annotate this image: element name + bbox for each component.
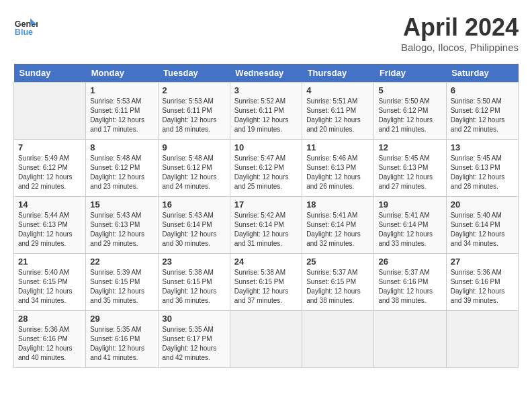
calendar-cell: 3Sunrise: 5:52 AMSunset: 6:11 PMDaylight…	[230, 83, 302, 140]
month-title: April 2024	[401, 13, 519, 42]
day-info: Sunrise: 5:39 AMSunset: 6:15 PMDaylight:…	[90, 268, 153, 306]
day-number: 26	[378, 257, 441, 267]
calendar-cell: 15Sunrise: 5:43 AMSunset: 6:13 PMDayligh…	[86, 197, 158, 254]
day-info: Sunrise: 5:35 AMSunset: 6:17 PMDaylight:…	[163, 325, 226, 363]
day-number: 13	[451, 142, 514, 152]
day-info: Sunrise: 5:36 AMSunset: 6:16 PMDaylight:…	[451, 268, 514, 306]
calendar-cell: 14Sunrise: 5:44 AMSunset: 6:13 PMDayligh…	[14, 197, 86, 254]
svg-text:Blue: Blue	[15, 28, 33, 37]
day-number: 22	[90, 257, 153, 267]
day-info: Sunrise: 5:49 AMSunset: 6:12 PMDaylight:…	[18, 154, 81, 191]
day-number: 23	[163, 257, 226, 267]
day-number: 10	[234, 142, 298, 152]
day-number: 19	[378, 199, 441, 210]
day-number: 9	[163, 142, 226, 152]
day-of-week-header: Monday	[86, 64, 158, 83]
day-of-week-header: Thursday	[302, 64, 374, 83]
calendar-cell	[302, 311, 374, 368]
day-info: Sunrise: 5:35 AMSunset: 6:16 PMDaylight:…	[90, 325, 153, 363]
calendar-cell: 28Sunrise: 5:36 AMSunset: 6:16 PMDayligh…	[14, 311, 86, 368]
day-number: 24	[234, 257, 298, 267]
day-number: 2	[163, 85, 226, 95]
calendar-cell: 29Sunrise: 5:35 AMSunset: 6:16 PMDayligh…	[86, 311, 158, 368]
day-info: Sunrise: 5:42 AMSunset: 6:14 PMDaylight:…	[234, 211, 298, 248]
calendar-cell: 11Sunrise: 5:46 AMSunset: 6:13 PMDayligh…	[302, 140, 374, 197]
day-number: 6	[451, 85, 514, 95]
day-number: 3	[234, 85, 298, 95]
calendar-week-row: 21Sunrise: 5:40 AMSunset: 6:15 PMDayligh…	[14, 254, 519, 311]
calendar-cell: 23Sunrise: 5:38 AMSunset: 6:15 PMDayligh…	[158, 254, 230, 311]
day-info: Sunrise: 5:53 AMSunset: 6:11 PMDaylight:…	[90, 97, 153, 134]
day-number: 8	[90, 142, 153, 152]
day-info: Sunrise: 5:36 AMSunset: 6:16 PMDaylight:…	[18, 325, 81, 363]
calendar-cell: 8Sunrise: 5:48 AMSunset: 6:12 PMDaylight…	[86, 140, 158, 197]
calendar-cell: 19Sunrise: 5:41 AMSunset: 6:14 PMDayligh…	[374, 197, 446, 254]
day-number: 20	[451, 199, 514, 210]
calendar-cell: 13Sunrise: 5:45 AMSunset: 6:13 PMDayligh…	[446, 140, 518, 197]
day-info: Sunrise: 5:50 AMSunset: 6:12 PMDaylight:…	[378, 97, 441, 134]
day-number: 4	[306, 85, 369, 95]
calendar-cell: 7Sunrise: 5:49 AMSunset: 6:12 PMDaylight…	[14, 140, 86, 197]
day-number: 27	[451, 257, 514, 267]
calendar-cell: 26Sunrise: 5:37 AMSunset: 6:16 PMDayligh…	[374, 254, 446, 311]
day-info: Sunrise: 5:44 AMSunset: 6:13 PMDaylight:…	[18, 211, 81, 248]
day-info: Sunrise: 5:37 AMSunset: 6:15 PMDaylight:…	[306, 268, 369, 306]
calendar-cell: 16Sunrise: 5:43 AMSunset: 6:14 PMDayligh…	[158, 197, 230, 254]
day-info: Sunrise: 5:48 AMSunset: 6:12 PMDaylight:…	[163, 154, 226, 191]
day-info: Sunrise: 5:45 AMSunset: 6:13 PMDaylight:…	[451, 154, 514, 191]
calendar-cell: 10Sunrise: 5:47 AMSunset: 6:12 PMDayligh…	[230, 140, 302, 197]
calendar-cell: 6Sunrise: 5:50 AMSunset: 6:12 PMDaylight…	[446, 83, 518, 140]
day-number: 25	[306, 257, 369, 267]
day-info: Sunrise: 5:40 AMSunset: 6:15 PMDaylight:…	[18, 268, 81, 306]
calendar-week-row: 7Sunrise: 5:49 AMSunset: 6:12 PMDaylight…	[14, 140, 519, 197]
day-info: Sunrise: 5:45 AMSunset: 6:13 PMDaylight:…	[378, 154, 441, 191]
day-number: 21	[18, 257, 81, 267]
day-of-week-header: Sunday	[14, 64, 86, 83]
day-info: Sunrise: 5:37 AMSunset: 6:16 PMDaylight:…	[378, 268, 441, 306]
day-info: Sunrise: 5:43 AMSunset: 6:14 PMDaylight:…	[163, 211, 226, 248]
calendar-cell: 1Sunrise: 5:53 AMSunset: 6:11 PMDaylight…	[86, 83, 158, 140]
calendar-cell	[374, 311, 446, 368]
day-number: 5	[378, 85, 441, 95]
day-of-week-header: Saturday	[446, 64, 518, 83]
calendar-week-row: 1Sunrise: 5:53 AMSunset: 6:11 PMDaylight…	[14, 83, 519, 140]
calendar-cell: 2Sunrise: 5:53 AMSunset: 6:11 PMDaylight…	[158, 83, 230, 140]
day-number: 30	[163, 314, 226, 324]
calendar-cell: 9Sunrise: 5:48 AMSunset: 6:12 PMDaylight…	[158, 140, 230, 197]
day-number: 12	[378, 142, 441, 152]
day-info: Sunrise: 5:48 AMSunset: 6:12 PMDaylight:…	[90, 154, 153, 191]
day-info: Sunrise: 5:50 AMSunset: 6:12 PMDaylight:…	[451, 97, 514, 134]
calendar-cell: 27Sunrise: 5:36 AMSunset: 6:16 PMDayligh…	[446, 254, 518, 311]
day-info: Sunrise: 5:41 AMSunset: 6:14 PMDaylight:…	[306, 211, 369, 248]
logo: General Blue	[13, 13, 40, 38]
calendar-cell: 4Sunrise: 5:51 AMSunset: 6:11 PMDaylight…	[302, 83, 374, 140]
logo-icon: General Blue	[13, 13, 38, 38]
calendar-cell: 24Sunrise: 5:38 AMSunset: 6:15 PMDayligh…	[230, 254, 302, 311]
day-number: 18	[306, 199, 369, 210]
calendar-cell: 17Sunrise: 5:42 AMSunset: 6:14 PMDayligh…	[230, 197, 302, 254]
calendar-cell	[14, 83, 86, 140]
calendar-cell: 25Sunrise: 5:37 AMSunset: 6:15 PMDayligh…	[302, 254, 374, 311]
calendar-header-row: SundayMondayTuesdayWednesdayThursdayFrid…	[14, 64, 519, 83]
calendar-week-row: 14Sunrise: 5:44 AMSunset: 6:13 PMDayligh…	[14, 197, 519, 254]
day-of-week-header: Friday	[374, 64, 446, 83]
day-number: 7	[18, 142, 81, 152]
day-number: 11	[306, 142, 369, 152]
day-info: Sunrise: 5:53 AMSunset: 6:11 PMDaylight:…	[163, 97, 226, 134]
calendar-cell	[446, 311, 518, 368]
calendar-cell: 5Sunrise: 5:50 AMSunset: 6:12 PMDaylight…	[374, 83, 446, 140]
day-number: 15	[90, 199, 153, 210]
calendar-cell: 20Sunrise: 5:40 AMSunset: 6:14 PMDayligh…	[446, 197, 518, 254]
day-info: Sunrise: 5:46 AMSunset: 6:13 PMDaylight:…	[306, 154, 369, 191]
day-info: Sunrise: 5:40 AMSunset: 6:14 PMDaylight:…	[451, 211, 514, 248]
day-of-week-header: Tuesday	[158, 64, 230, 83]
day-info: Sunrise: 5:43 AMSunset: 6:13 PMDaylight:…	[90, 211, 153, 248]
calendar-cell	[230, 311, 302, 368]
page-header: General Blue April 2024 Balogo, Ilocos, …	[13, 13, 519, 53]
calendar-cell: 30Sunrise: 5:35 AMSunset: 6:17 PMDayligh…	[158, 311, 230, 368]
calendar-table: SundayMondayTuesdayWednesdayThursdayFrid…	[13, 64, 519, 368]
day-number: 14	[18, 199, 81, 210]
calendar-cell: 22Sunrise: 5:39 AMSunset: 6:15 PMDayligh…	[86, 254, 158, 311]
day-info: Sunrise: 5:52 AMSunset: 6:11 PMDaylight:…	[234, 97, 298, 134]
day-number: 28	[18, 314, 81, 324]
